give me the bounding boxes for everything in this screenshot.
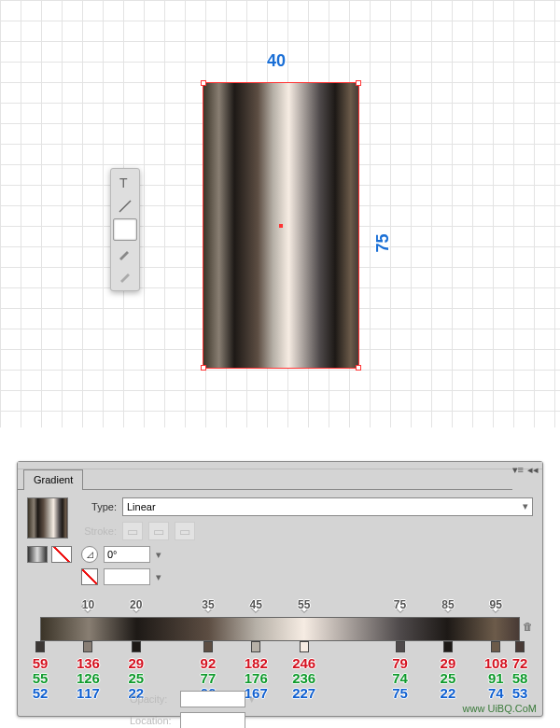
midpoint-value: 85 [441, 598, 454, 611]
brush-tool[interactable] [113, 242, 137, 264]
panel-tabs: Gradient [18, 469, 512, 490]
stroke-label: Stroke: [81, 525, 117, 537]
center-point [279, 224, 283, 228]
color-stop[interactable] [515, 641, 525, 652]
dimension-height-label: 75 [373, 233, 393, 252]
color-stop[interactable] [491, 641, 500, 652]
anchor-tl[interactable] [201, 80, 206, 86]
midpoint-value: 45 [250, 598, 262, 611]
svg-text:T: T [119, 175, 128, 190]
rgb-column: 797475 [392, 656, 408, 701]
color-stop[interactable] [300, 641, 309, 652]
anchor-tr[interactable] [356, 80, 361, 86]
line-tool[interactable] [113, 195, 137, 217]
location-label: Location: [130, 715, 176, 726]
watermark: www UiBQ.CoM [463, 703, 537, 714]
rgb-column: 246236227 [292, 656, 315, 701]
midpoint-value: 55 [298, 598, 310, 611]
type-label: Type: [81, 501, 117, 512]
svg-line-1 [119, 201, 131, 212]
color-stop[interactable] [35, 641, 45, 652]
collapse-icon[interactable]: ◂◂ [527, 464, 539, 476]
gradient-color-stops[interactable] [40, 641, 520, 654]
opacity-input [180, 691, 245, 707]
rgb-column: 136126117 [77, 656, 100, 701]
selected-rectangle-shape[interactable] [203, 82, 359, 369]
trash-icon[interactable]: 🗑 [523, 621, 533, 632]
none-swatch[interactable] [51, 546, 72, 563]
type-tool[interactable]: T [113, 172, 137, 194]
dimension-width-label: 40 [267, 51, 286, 71]
rgb-column: 725853 [512, 656, 528, 701]
color-stop[interactable] [443, 641, 453, 652]
tool-palette[interactable]: T [110, 168, 140, 291]
gradient-midpoint-ticks: 1020354555758595 [40, 602, 520, 617]
gradient-ramp[interactable] [40, 617, 520, 641]
midpoint-value: 20 [130, 598, 142, 611]
panel-titlebar[interactable]: ◂◂ ▾≡ [18, 462, 542, 469]
gradient-swatch[interactable] [27, 497, 68, 539]
aspect-input[interactable] [104, 568, 150, 585]
pencil-tool[interactable] [113, 265, 137, 287]
color-stop[interactable] [396, 641, 405, 652]
gradient-type-select[interactable]: Linear [122, 497, 533, 516]
midpoint-value: 75 [394, 598, 406, 611]
stroke-option-2: ▭ [148, 522, 169, 540]
angle-icon[interactable]: ◿ [81, 546, 98, 563]
fill-swatch[interactable] [27, 546, 48, 563]
tab-gradient[interactable]: Gradient [23, 469, 83, 490]
anchor-bl[interactable] [201, 365, 206, 371]
color-stop[interactable] [132, 641, 141, 652]
midpoint-value: 10 [82, 598, 94, 611]
opacity-label: Opacity: [130, 693, 176, 705]
midpoint-value: 35 [202, 598, 214, 611]
color-stop[interactable] [251, 641, 260, 652]
stroke-option-3: ▭ [175, 522, 195, 540]
anchor-br[interactable] [356, 365, 361, 371]
rectangle-tool[interactable] [113, 218, 137, 241]
location-input [180, 712, 245, 728]
midpoint-value: 95 [490, 598, 502, 611]
gradient-rgb-values: 5955521361261172925229277661821761672462… [40, 656, 520, 707]
panel-menu-icon[interactable]: ▾≡ [512, 464, 524, 476]
stroke-option-1: ▭ [122, 522, 143, 540]
color-stop[interactable] [83, 641, 92, 652]
reverse-gradient-icon[interactable] [81, 568, 98, 585]
gradient-panel: ◂◂ ▾≡ Gradient Type: Linear [17, 461, 543, 717]
angle-input[interactable]: 0° [104, 546, 150, 563]
artboard-canvas[interactable]: 40 75 T [0, 0, 560, 427]
rgb-column: 292522 [441, 656, 456, 701]
rgb-column: 595552 [33, 656, 49, 701]
rgb-column: 1089174 [484, 656, 508, 701]
color-stop[interactable] [203, 641, 213, 652]
